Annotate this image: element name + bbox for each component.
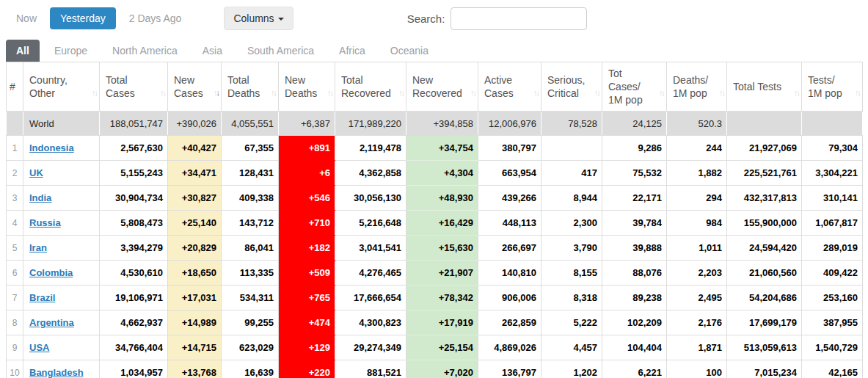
- tab-oceania[interactable]: Oceania: [380, 40, 439, 62]
- view-button-now[interactable]: Now: [6, 7, 47, 29]
- sort-icon: ↑↓: [92, 86, 97, 99]
- tab-africa[interactable]: Africa: [329, 40, 376, 62]
- cell-new_cases: +14,715: [168, 335, 222, 360]
- cell-new_cases: +40,427: [168, 136, 222, 161]
- cell-total_tests: 513,059,613: [727, 335, 802, 360]
- tab-north-america[interactable]: North America: [102, 40, 188, 62]
- cell-total_recovered: 2,119,478: [335, 136, 406, 161]
- cell-total_tests: 155,900,000: [727, 211, 802, 236]
- table-row: 3India30,904,734+30,827409,338+54630,056…: [7, 186, 863, 211]
- cell-serious_critical: 8,155: [541, 261, 602, 286]
- header-cell-new_recovered[interactable]: New Recovered↑↓: [406, 62, 478, 112]
- cell-country: Colombia: [23, 261, 100, 286]
- cell-tests_1m: 289,019: [802, 236, 863, 261]
- cell-new_cases: +390,026: [168, 112, 222, 136]
- cell-num: 3: [7, 186, 23, 211]
- cell-total_deaths: 86,041: [222, 236, 279, 261]
- cell-active_cases: 136,797: [478, 360, 541, 378]
- cell-new_recovered: +17,919: [406, 310, 478, 335]
- cell-total_tests: 21,927,069: [727, 136, 802, 161]
- cell-tot_cases_1m: 39,784: [602, 211, 667, 236]
- header-cell-deaths_1m[interactable]: Deaths/ 1M pop↑↓: [667, 62, 727, 112]
- view-toggle-group: NowYesterday2 Days Ago: [6, 7, 194, 29]
- country-link[interactable]: Iran: [29, 242, 47, 253]
- toolbar: NowYesterday2 Days Ago Columns Search:: [0, 0, 868, 37]
- header-cell-new_cases[interactable]: New Cases↑↓: [168, 62, 222, 112]
- header-cell-tot_cases_1m[interactable]: Tot Cases/ 1M pop↑↓: [602, 62, 667, 112]
- table-row: 9USA34,766,404+14,715623,029+12929,274,3…: [7, 335, 863, 360]
- covid-stats-table: #Country, Other↑↓Total Cases↑↓New Cases↑…: [6, 62, 863, 378]
- header-cell-tests_1m[interactable]: Tests/ 1M pop↑↓: [802, 62, 863, 112]
- cell-new_cases: +13,768: [168, 360, 222, 378]
- cell-active_cases: 262,859: [478, 310, 541, 335]
- header-label: Total Cases: [106, 74, 135, 99]
- cell-total_deaths: 409,338: [222, 186, 279, 211]
- cell-total_cases: 30,904,734: [100, 186, 168, 211]
- header-cell-total_recovered[interactable]: Total Recovered↑↓: [335, 62, 406, 112]
- cell-active_cases: 4,869,026: [478, 335, 541, 360]
- tab-asia[interactable]: Asia: [192, 40, 233, 62]
- country-link[interactable]: Russia: [29, 217, 61, 228]
- header-cell-total_deaths[interactable]: Total Deaths↑↓: [222, 62, 279, 112]
- cell-new_deaths: +129: [279, 335, 335, 360]
- cell-total_recovered: 30,056,130: [335, 186, 406, 211]
- cell-serious_critical: 417: [541, 161, 602, 186]
- country-link[interactable]: Brazil: [29, 292, 55, 303]
- cell-new_recovered: +34,754: [406, 136, 478, 161]
- search-input[interactable]: [451, 7, 587, 30]
- header-label: Total Recovered: [341, 74, 391, 99]
- table-header-row: #Country, Other↑↓Total Cases↑↓New Cases↑…: [7, 62, 863, 112]
- cell-total_tests: 432,317,813: [727, 186, 802, 211]
- cell-total_deaths: 16,639: [222, 360, 279, 378]
- columns-dropdown-button[interactable]: Columns: [224, 7, 293, 30]
- cell-country: Bangladesh: [23, 360, 100, 378]
- cell-tot_cases_1m: 102,209: [602, 310, 667, 335]
- country-link[interactable]: Argentina: [29, 317, 74, 328]
- cell-serious_critical: 2,300: [541, 211, 602, 236]
- cell-tot_cases_1m: 88,076: [602, 261, 667, 286]
- country-link[interactable]: India: [29, 192, 51, 203]
- header-cell-total_tests[interactable]: Total Tests↑↓: [727, 62, 802, 112]
- header-cell-country[interactable]: Country, Other↑↓: [23, 62, 100, 112]
- cell-total_deaths: 67,355: [222, 136, 279, 161]
- tab-europe[interactable]: Europe: [44, 40, 98, 62]
- cell-num: 8: [7, 310, 23, 335]
- country-link[interactable]: Bangladesh: [29, 367, 84, 378]
- cell-serious_critical: 8,318: [541, 286, 602, 310]
- cell-tot_cases_1m: 75,532: [602, 161, 667, 186]
- country-link[interactable]: Colombia: [29, 267, 73, 278]
- header-label: Tot Cases/ 1M pop: [608, 68, 643, 106]
- cell-country: Russia: [23, 211, 100, 236]
- header-cell-active_cases[interactable]: Active Cases↑↓: [478, 62, 541, 112]
- cell-active_cases: 140,810: [478, 261, 541, 286]
- cell-tot_cases_1m: 9,286: [602, 136, 667, 161]
- cell-total_recovered: 29,274,349: [335, 335, 406, 360]
- cell-new_cases: +20,829: [168, 236, 222, 261]
- cell-serious_critical: 1,202: [541, 360, 602, 378]
- header-label: Deaths/ 1M pop: [673, 74, 708, 99]
- country-link[interactable]: Indonesia: [29, 142, 74, 153]
- cell-num: [7, 112, 23, 136]
- cell-total_deaths: 4,055,551: [222, 112, 279, 136]
- cell-total_tests: 7,015,234: [727, 360, 802, 378]
- cell-new_cases: +18,650: [168, 261, 222, 286]
- tab-south-america[interactable]: South America: [237, 40, 324, 62]
- cell-total_recovered: 17,666,654: [335, 286, 406, 310]
- cell-country: USA: [23, 335, 100, 360]
- cell-total_recovered: 4,362,858: [335, 161, 406, 186]
- view-button-2-days-ago[interactable]: 2 Days Ago: [119, 7, 192, 29]
- cell-total_tests: 225,521,761: [727, 161, 802, 186]
- view-button-yesterday[interactable]: Yesterday: [50, 7, 116, 29]
- header-cell-serious_critical[interactable]: Serious, Critical↑↓: [541, 62, 602, 112]
- header-cell-new_deaths[interactable]: New Deaths↑↓: [279, 62, 335, 112]
- cell-new_cases: +17,031: [168, 286, 222, 310]
- country-link[interactable]: USA: [29, 342, 49, 353]
- header-cell-total_cases[interactable]: Total Cases↑↓: [100, 62, 168, 112]
- header-label: Total Deaths: [227, 74, 260, 99]
- header-cell-num: #: [7, 62, 23, 112]
- tab-all[interactable]: All: [6, 40, 40, 62]
- cell-country: Brazil: [23, 286, 100, 310]
- country-link[interactable]: UK: [29, 167, 43, 178]
- cell-tests_1m: 310,141: [802, 186, 863, 211]
- cell-total_cases: 1,034,957: [100, 360, 168, 378]
